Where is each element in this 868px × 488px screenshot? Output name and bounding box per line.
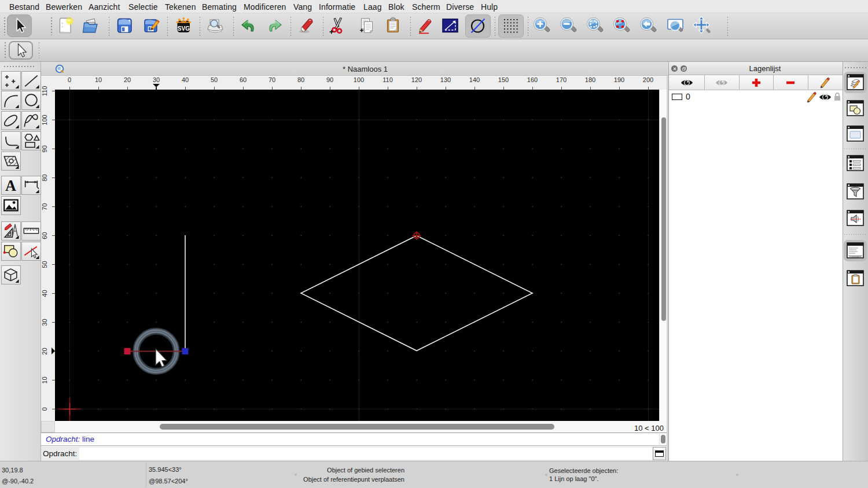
svg-text:A: A [5, 178, 16, 194]
svg-text:command: command [849, 256, 861, 258]
svg-text:SVG: SVG [178, 25, 190, 32]
